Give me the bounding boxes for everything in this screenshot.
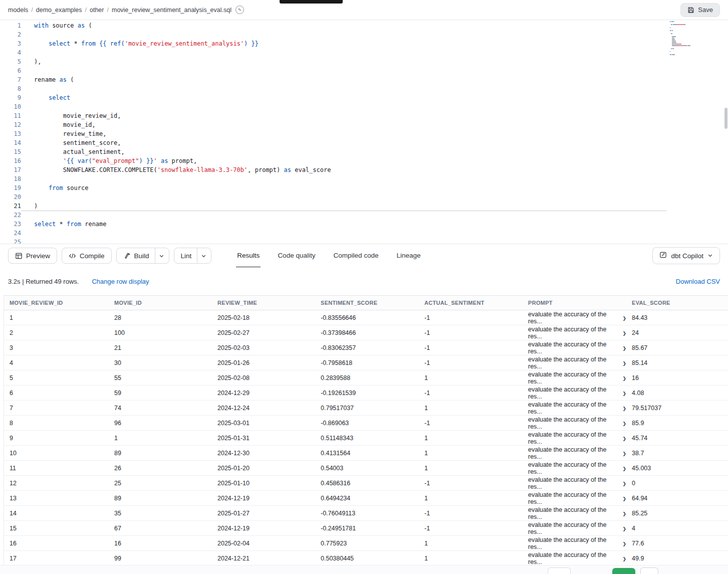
code-line[interactable]: 12 movie_id,	[0, 120, 728, 129]
table-body: 1282025-02-18-0.83556646-1evaluate the a…	[4, 310, 728, 565]
expand-prompt-icon[interactable]: ❯	[622, 406, 626, 411]
expand-prompt-icon[interactable]: ❯	[622, 375, 626, 380]
build-split-divider	[155, 248, 155, 263]
tab-results[interactable]: Results	[236, 244, 261, 268]
expand-prompt-icon[interactable]: ❯	[622, 541, 626, 546]
code-line[interactable]: 11 movie_review_id,	[0, 111, 728, 120]
code-line[interactable]: 3 select * from {{ ref('movie_review_sen…	[0, 39, 728, 48]
line-number: 11	[0, 111, 21, 120]
tab-lineage[interactable]: Lineage	[396, 244, 422, 268]
toolbar: Preview Compile Build Lint	[0, 244, 728, 267]
column-header[interactable]: SENTIMENT_SCORE	[315, 296, 419, 310]
expand-prompt-icon[interactable]: ❯	[622, 391, 626, 396]
expand-prompt-icon[interactable]: ❯	[622, 421, 626, 426]
prompt-cell-text: evaluate the accuracy of the res...	[528, 491, 620, 505]
code-text	[21, 66, 34, 75]
table-cell-eval-score: 16	[626, 370, 728, 385]
editor-scrollbar[interactable]	[724, 108, 727, 129]
code-text: sentiment_score,	[21, 138, 121, 147]
column-header[interactable]: MOVIE_REVIEW_ID	[4, 296, 109, 310]
line-number: 8	[0, 84, 21, 93]
table-cell: 0.4131564	[315, 446, 419, 460]
bottom-white-button[interactable]	[640, 567, 658, 574]
code-line[interactable]: 22	[0, 211, 728, 220]
expand-prompt-icon[interactable]: ❯	[622, 436, 626, 441]
code-line[interactable]: 23select * from rename	[0, 220, 728, 229]
table-cell: 26	[109, 461, 212, 475]
expand-prompt-icon[interactable]: ❯	[622, 481, 626, 486]
bottom-partial-control[interactable]	[548, 567, 571, 574]
table-cell: 2025-01-27	[212, 506, 315, 520]
breadcrumb-item[interactable]: demo_examples	[36, 7, 82, 14]
prompt-cell: evaluate the accuracy of the res...❯	[523, 491, 626, 505]
lint-button[interactable]: Lint	[174, 248, 212, 264]
code-line[interactable]: 14 sentiment_score,	[0, 138, 728, 147]
code-line[interactable]: 8	[0, 84, 728, 93]
column-header[interactable]: EVAL_SCORE	[626, 296, 728, 310]
code-line[interactable]: 9 select	[0, 93, 728, 102]
code-line[interactable]: 21)	[0, 202, 728, 211]
table-cell: 2025-02-27	[212, 325, 315, 340]
expand-prompt-icon[interactable]: ❯	[622, 466, 626, 471]
code-line[interactable]: 25	[0, 238, 728, 244]
lint-split-divider	[197, 248, 197, 263]
minimap[interactable]	[670, 21, 718, 59]
change-row-display-link[interactable]: Change row display	[92, 278, 149, 285]
code-line[interactable]: 15 actual_sentiment,	[0, 147, 728, 156]
dbt-copilot-button[interactable]: dbt Copilot	[652, 247, 720, 264]
expand-prompt-icon[interactable]: ❯	[622, 330, 626, 335]
compile-button-label: Compile	[80, 252, 105, 260]
column-header[interactable]: REVIEW_TIME	[212, 296, 315, 310]
line-number: 13	[0, 129, 21, 138]
expand-prompt-icon[interactable]: ❯	[622, 360, 626, 365]
expand-prompt-icon[interactable]: ❯	[622, 345, 626, 350]
download-csv-link[interactable]: Download CSV	[676, 278, 720, 285]
code-line[interactable]: 13 review_time,	[0, 129, 728, 138]
code-editor[interactable]: 1with source as (23 select * from {{ ref…	[0, 20, 728, 244]
bottom-green-status-button[interactable]	[612, 568, 635, 574]
expand-prompt-icon[interactable]: ❯	[622, 556, 626, 561]
code-line[interactable]: 19 from source	[0, 183, 728, 193]
build-button[interactable]: Build	[116, 248, 169, 264]
preview-button[interactable]: Preview	[8, 248, 57, 264]
code-line[interactable]: 20	[0, 193, 728, 202]
table-cell: 6	[4, 386, 109, 400]
build-chevron-down-icon[interactable]	[159, 253, 164, 259]
table-cell: 2025-03-01	[212, 416, 315, 430]
build-button-label: Build	[134, 252, 149, 260]
code-line[interactable]: 2	[0, 30, 728, 39]
code-text	[21, 174, 34, 183]
breadcrumb-item[interactable]: models	[8, 7, 28, 14]
code-line[interactable]: 5),	[0, 57, 728, 66]
table-cell: -0.24951781	[315, 521, 419, 535]
column-header[interactable]: MOVIE_ID	[109, 296, 212, 310]
expand-prompt-icon[interactable]: ❯	[622, 315, 626, 320]
prompt-cell-text: evaluate the accuracy of the res...	[528, 461, 620, 475]
expand-prompt-icon[interactable]: ❯	[622, 496, 626, 501]
code-line[interactable]: 7rename as (	[0, 75, 728, 84]
tab-code-quality[interactable]: Code quality	[277, 244, 316, 268]
code-line[interactable]: 10	[0, 102, 728, 111]
table-cell: -1	[419, 310, 523, 325]
expand-prompt-icon[interactable]: ❯	[622, 511, 626, 516]
breadcrumb-item[interactable]: other	[90, 7, 104, 14]
code-line[interactable]: 24	[0, 229, 728, 238]
expand-prompt-icon[interactable]: ❯	[622, 451, 626, 456]
save-button[interactable]: Save	[680, 3, 720, 17]
tab-compiled-code[interactable]: Compiled code	[332, 244, 379, 268]
table-cell: 1	[419, 446, 523, 460]
expand-prompt-icon[interactable]: ❯	[622, 526, 626, 531]
column-header[interactable]: PROMPT	[523, 296, 626, 310]
code-line[interactable]: 1with source as (	[0, 21, 728, 30]
code-line[interactable]: 6	[0, 66, 728, 75]
code-line[interactable]: 17 SNOWFLAKE.CORTEX.COMPLETE('snowflake-…	[0, 165, 728, 174]
compile-button[interactable]: Compile	[62, 248, 112, 264]
breadcrumb-item[interactable]: movie_review_sentiment_analysis_eval.sql	[112, 7, 231, 14]
column-header[interactable]: ACTUAL_SENTIMENT	[419, 296, 523, 310]
code-line[interactable]: 18	[0, 174, 728, 183]
table-cell: -1	[419, 416, 523, 430]
code-text	[21, 102, 34, 111]
code-line[interactable]: 16 '{{ var("eval_prompt") }}' as prompt,	[0, 156, 728, 165]
lint-chevron-down-icon[interactable]	[201, 253, 206, 259]
code-line[interactable]: 4	[0, 48, 728, 57]
